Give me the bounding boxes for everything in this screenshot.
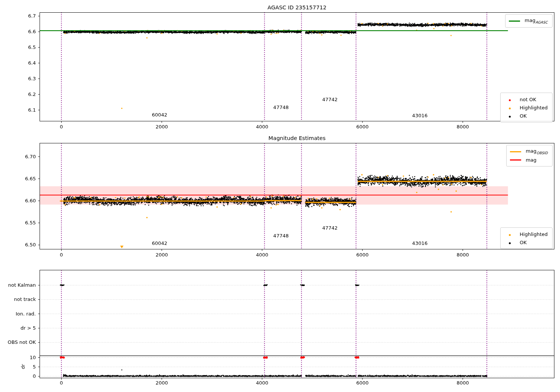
y-tick-label: 6.70 (0, 154, 36, 160)
orange-dot-swatch-icon (504, 231, 515, 237)
x-tick-label: 8000 (452, 252, 474, 258)
legend-item-mag-: mag (510, 156, 548, 164)
obsid-label: 43016 (405, 240, 435, 246)
legend-label-main: mag (526, 148, 536, 154)
obsid-label: 47748 (266, 105, 296, 111)
y-tick-label: 6.1 (0, 107, 36, 113)
legend-label: Highlighted (520, 105, 548, 111)
category-label: Ion. rad. (0, 311, 36, 317)
legend-label: OK (520, 113, 527, 119)
y-tick-label: 6.60 (0, 198, 36, 204)
x-tick-label: 2000 (150, 380, 173, 386)
red-dot-swatch-icon (504, 97, 515, 102)
legend-item-mag-obsid: magOBSID (510, 147, 548, 156)
obsid-label: 47742 (315, 225, 345, 231)
legend-item-highlighted: Highlighted (504, 230, 548, 238)
legend-label: OK (520, 240, 527, 245)
x-tick-label: 6000 (351, 252, 374, 258)
chart-canvas (0, 0, 560, 392)
legend-box: magAGASC (505, 14, 553, 28)
x-tick-label: 6000 (351, 380, 374, 386)
black-dot-swatch-icon (504, 240, 515, 245)
dr-tick-label: 5 (0, 364, 36, 370)
x-tick-label: 0 (50, 380, 72, 386)
obsid-label: 60042 (144, 112, 174, 118)
orange-dot-swatch-icon (504, 105, 515, 111)
legend-box: HighlightedOK (500, 227, 553, 249)
x-tick-label: 8000 (452, 124, 474, 130)
obsid-label: 43016 (405, 113, 435, 119)
dr-tick-label: 0 (0, 373, 36, 379)
x-tick-label: 4000 (251, 124, 273, 130)
x-tick-label: 2000 (150, 124, 173, 130)
category-label: OBS not OK (0, 339, 36, 345)
legend-label-subscript: OBSID (536, 151, 548, 155)
y-tick-label: 6.4 (0, 60, 36, 66)
legend-label: Highlighted (520, 231, 548, 237)
agasc-report-figure: AGASC ID 235157712Magnitude Estimates6.1… (0, 0, 560, 392)
x-tick-label: 4000 (251, 380, 273, 386)
legend-item-ok: OK (504, 238, 548, 246)
black-dot-swatch-icon (504, 113, 515, 119)
category-label: not Kalman (0, 282, 36, 288)
x-tick-label: 2000 (150, 252, 173, 258)
chart-title-magnitude-estimates: Magnitude Estimates (40, 135, 554, 141)
legend-box: not OKHighlightedOK (500, 93, 553, 122)
legend-item-highlighted: Highlighted (504, 103, 548, 112)
obsid-label: 47742 (315, 97, 345, 103)
legend-item-ok: OK (504, 112, 548, 120)
x-tick-label: 0 (50, 124, 72, 130)
legend-item-not-ok: not OK (504, 95, 548, 103)
category-label: dr > 5 (0, 325, 36, 331)
y-tick-label: 6.3 (0, 76, 36, 82)
orange-line-swatch-icon (510, 151, 521, 152)
x-tick-label: 8000 (452, 380, 474, 386)
obsid-label: 47748 (266, 233, 296, 239)
legend-label-subscript: AGASC (535, 20, 548, 24)
dr-tick-label: 10 (0, 355, 36, 361)
category-label: not track (0, 296, 36, 302)
legend-label: not OK (520, 97, 536, 102)
obsid-label: 60042 (144, 240, 174, 246)
y-tick-label: 6.55 (0, 220, 36, 226)
legend-item-mag-agasc: magAGASC (509, 17, 548, 25)
legend-label: magAGASC (525, 18, 548, 24)
legend-box: magOBSIDmag (506, 145, 553, 167)
y-tick-label: 6.7 (0, 13, 36, 19)
x-tick-label: 4000 (251, 252, 273, 258)
y-tick-label: 6.65 (0, 176, 36, 182)
y-tick-label: 6.50 (0, 242, 36, 248)
red-line-swatch-icon (510, 159, 521, 161)
x-tick-label: 6000 (351, 124, 374, 130)
legend-label-main: mag (525, 18, 535, 23)
y-tick-label: 6.6 (0, 29, 36, 35)
x-tick-label: 0 (50, 252, 72, 258)
dr-axis-label: dr (20, 361, 26, 372)
legend-label: mag (526, 157, 536, 163)
green-line-swatch-icon (509, 21, 520, 22)
legend-label-main: mag (526, 157, 536, 163)
y-tick-label: 6.5 (0, 44, 36, 50)
y-tick-label: 6.2 (0, 91, 36, 97)
chart-title-agasc: AGASC ID 235157712 (40, 4, 554, 10)
legend-label: magOBSID (526, 148, 548, 155)
